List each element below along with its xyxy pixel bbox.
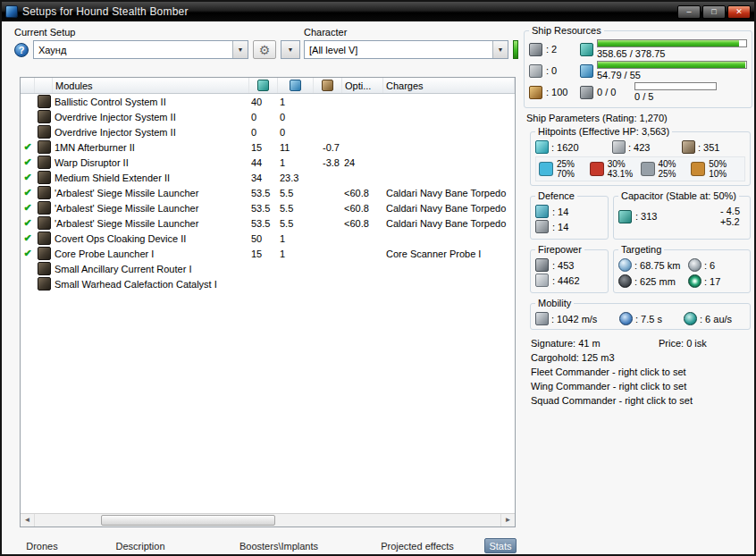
optimal-column-header[interactable]: Opti... xyxy=(342,78,383,93)
module-powergrid-value: 23.3 xyxy=(278,173,314,183)
setup-menu-dropdown[interactable]: ▼ xyxy=(281,40,300,59)
tab[interactable]: Projected effects xyxy=(350,538,484,553)
chevron-down-icon[interactable]: ▼ xyxy=(232,41,248,58)
table-row[interactable]: Ballistic Control System II 40 1 xyxy=(21,94,515,109)
current-setup-label: Current Setup xyxy=(14,27,300,38)
resist-top-value: 50% xyxy=(709,159,727,169)
setup-select-value: Хаунд xyxy=(38,45,66,55)
scan-resolution-icon xyxy=(618,274,632,288)
capacitor-amount: : 313 xyxy=(635,211,657,222)
module-icon xyxy=(38,140,51,154)
cpu-value: 358.65 / 378.75 xyxy=(597,48,747,59)
module-icon xyxy=(38,171,51,184)
ship-info: Signature: 41 m Price: 0 isk Cargohold: … xyxy=(531,336,749,408)
resist-bottom-value: 43.1% xyxy=(608,169,633,179)
launcher-hardpoints-icon xyxy=(529,64,542,78)
module-powergrid-value: 5.5 xyxy=(278,188,314,198)
character-select[interactable]: [All level V] ▼ xyxy=(304,40,508,59)
module-charge: Caldari Navy Bane Torpedo xyxy=(383,188,515,198)
tab[interactable]: Boosters\Implants xyxy=(207,538,350,553)
fitted-check-icon: ✔ xyxy=(21,248,35,259)
module-cap-value: -0.7 xyxy=(314,142,342,153)
module-name: 1MN Afterburner II xyxy=(53,142,249,153)
structure-hp-value: : 351 xyxy=(698,142,719,153)
character-group: Character [All level V] ▼ xyxy=(304,27,518,59)
squad-commander-text[interactable]: Squad Commander - right click to set xyxy=(531,393,749,408)
table-row[interactable]: Small Ancillary Current Router I xyxy=(21,261,515,276)
speed-value: : 1042 m/s xyxy=(551,314,597,324)
capacitor-icon xyxy=(618,210,632,223)
module-name: Overdrive Injector System II xyxy=(53,127,249,138)
capacitor-panel: Capacitor (Stable at: 50%) : 313 - 4.5 +… xyxy=(613,190,751,240)
mobility-panel: Mobility : 1042 m/s : 7.5 s : 6 au/s xyxy=(530,298,751,330)
horizontal-scrollbar[interactable]: ◄ ► xyxy=(21,513,515,527)
capacitor-column-icon[interactable] xyxy=(322,80,333,91)
scroll-thumb[interactable] xyxy=(101,515,275,526)
maximize-button[interactable]: □ xyxy=(702,5,726,19)
module-cpu-value: 44 xyxy=(249,157,278,168)
setup-select[interactable]: Хаунд ▼ xyxy=(33,40,248,59)
table-row[interactable]: ✔ 'Arbalest' Siege Missile Launcher 53.5… xyxy=(21,200,515,215)
defence-value-1: : 14 xyxy=(552,206,568,217)
drone-icon xyxy=(580,86,593,99)
module-powergrid-value: 1 xyxy=(278,157,314,168)
module-icon xyxy=(38,110,51,123)
table-row[interactable]: Small Warhead Calefaction Catalyst I xyxy=(21,276,515,291)
module-name: Core Probe Launcher I xyxy=(53,249,249,259)
cpu-column-icon[interactable] xyxy=(257,80,269,91)
chevron-down-icon[interactable]: ▼ xyxy=(492,41,508,58)
wing-commander-text[interactable]: Wing Commander - right click to set xyxy=(531,379,749,393)
tab-label: Boosters\Implants xyxy=(239,541,318,552)
armor-hp-value: : 423 xyxy=(628,142,650,153)
tab[interactable]: Drones xyxy=(11,538,73,553)
module-name: 'Arbalest' Siege Missile Launcher xyxy=(53,188,249,198)
hitpoints-panel: Hitpoints (Effective HP: 3,563) : 1620 :… xyxy=(530,126,751,186)
module-icon xyxy=(38,262,51,275)
tab[interactable]: Description xyxy=(73,538,207,553)
price-text: Price: 0 isk xyxy=(659,336,707,350)
table-row[interactable]: ✔ 'Arbalest' Siege Missile Launcher 53.5… xyxy=(21,215,515,231)
align-time-icon xyxy=(619,312,633,325)
fitted-check-icon: ✔ xyxy=(21,217,35,229)
tools-icon: ⚙ xyxy=(259,43,271,57)
tab[interactable]: Stats xyxy=(484,538,517,553)
tools-button[interactable]: ⚙ xyxy=(253,40,276,59)
modules-rows: Ballistic Control System II 40 1 Overdri… xyxy=(21,94,515,513)
table-row[interactable]: Overdrive Injector System II 0 0 xyxy=(21,124,515,139)
table-row[interactable]: ✔ Core Probe Launcher I 15 1 Core Scanne… xyxy=(21,246,515,261)
module-powergrid-value: 1 xyxy=(278,233,314,244)
modules-column-header[interactable]: Modules xyxy=(53,78,249,93)
resist-bottom-value: 70% xyxy=(557,169,575,179)
resist-cell: 25% 70% xyxy=(539,159,590,179)
scroll-right-button[interactable]: ► xyxy=(500,514,515,527)
armor-repair-icon xyxy=(535,220,549,233)
scroll-left-button[interactable]: ◄ xyxy=(21,514,35,527)
targeting-panel: Targeting : 68.75 km : 6 : 625 mm : 17 xyxy=(613,244,751,293)
table-row[interactable]: ✔ Covert Ops Cloaking Device II 50 1 xyxy=(21,231,515,246)
table-row[interactable]: ✔ 1MN Afterburner II 15 11 -0.7 xyxy=(21,139,515,155)
module-name: Overdrive Injector System II xyxy=(53,112,249,122)
turret-hardpoints-icon xyxy=(529,43,542,56)
table-row[interactable]: ✔ 'Arbalest' Siege Missile Launcher 53.5… xyxy=(21,185,515,200)
powergrid-icon xyxy=(580,64,593,78)
powergrid-column-icon[interactable] xyxy=(290,80,301,91)
resist-cell: 30% 43.1% xyxy=(590,159,641,179)
module-icon xyxy=(38,277,51,291)
module-icon xyxy=(38,232,51,245)
max-targets-icon xyxy=(688,258,701,272)
charges-column-header[interactable]: Charges xyxy=(383,78,515,93)
minimize-button[interactable]: – xyxy=(677,5,701,19)
table-row[interactable]: ✔ Medium Shield Extender II 34 23.3 xyxy=(21,170,515,185)
module-cap-value: -3.8 xyxy=(314,157,342,168)
calibration-icon xyxy=(529,86,542,99)
table-row[interactable]: Overdrive Injector System II 0 0 xyxy=(21,109,515,124)
fleet-commander-text[interactable]: Fleet Commander - right click to set xyxy=(531,365,749,379)
module-charge: Core Scanner Probe I xyxy=(383,249,515,259)
fitted-check-icon: ✔ xyxy=(21,202,35,214)
close-button[interactable]: ✕ xyxy=(727,5,751,19)
ship-parameters-title: Ship Parameters (Rating: 1,270) xyxy=(526,113,752,123)
table-row[interactable]: ✔ Warp Disruptor II 44 1 -3.8 24 xyxy=(21,155,515,170)
module-name: Ballistic Control System II xyxy=(53,97,249,107)
shield-icon xyxy=(535,140,549,154)
help-icon[interactable]: ? xyxy=(14,43,29,57)
